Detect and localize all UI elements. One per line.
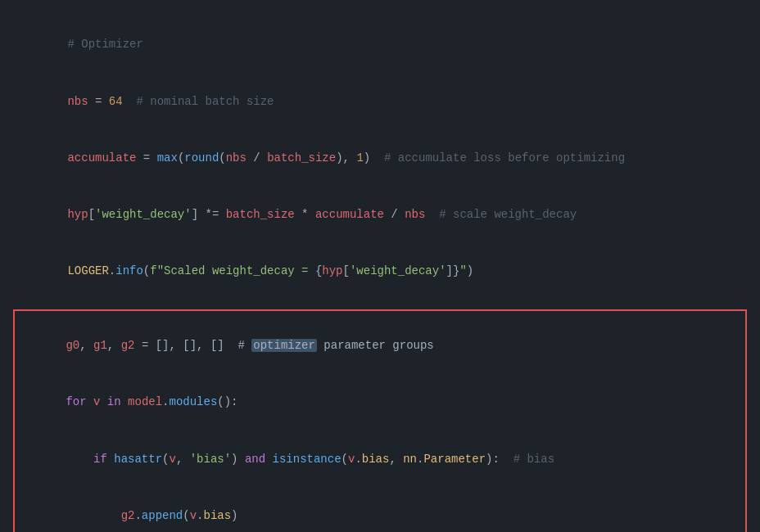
line-g0g1g2: g0, g1, g2 = [], [], [] # optimizer para… — [25, 318, 735, 374]
boxed-code-section: g0, g1, g2 = [], [], [] # optimizer para… — [13, 309, 747, 532]
line-accumulate: accumulate = max(round(nbs / batch_size)… — [26, 129, 734, 186]
code-editor: # Optimizer nbs = 64 # nominal batch siz… — [0, 0, 760, 532]
line-hyp-weight: hyp['weight_decay'] *= batch_size * accu… — [26, 187, 734, 243]
line-for-v: for v in model.modules(): — [25, 374, 735, 431]
line-if-hasattr-bias: if hasattr(v, 'bias') and isinstance(v.b… — [25, 431, 735, 487]
line-logger: LOGGER.info(f"Scaled weight_decay = {hyp… — [26, 243, 734, 300]
top-code-section: # Optimizer nbs = 64 # nominal batch siz… — [13, 10, 747, 303]
highlighted-optimizer: optimizer — [251, 339, 317, 352]
line-g2-append: g2.append(v.bias) — [25, 487, 735, 532]
line-nbs: nbs = 64 # nominal batch size — [26, 73, 734, 129]
line-comment-optimizer: # Optimizer — [26, 16, 734, 73]
